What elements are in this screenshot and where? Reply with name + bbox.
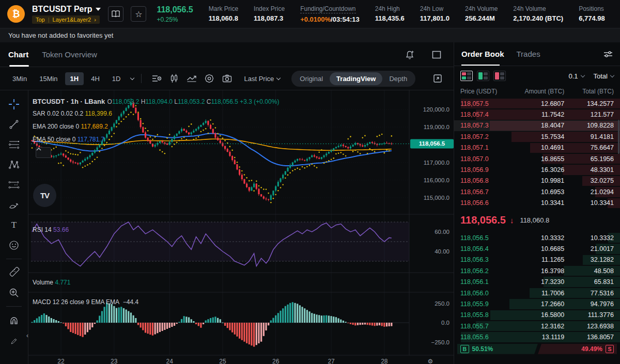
xabcd-pattern-tool-icon[interactable] xyxy=(5,157,23,172)
funding-countdown: /03:54:13 xyxy=(331,15,360,23)
stat-index-price: Index Price 118,087.3 xyxy=(254,5,285,23)
orderbook-bid-row[interactable]: 118,056.117.323065.831 xyxy=(454,276,620,287)
buy-percent: 50.51% xyxy=(472,345,493,353)
sell-badge: S xyxy=(606,345,614,353)
orderbook-settings-icon[interactable] xyxy=(603,50,613,58)
candlestick-chart[interactable]: 118,056.5120,000.0119,000.0117,000.0116,… xyxy=(28,90,454,364)
orderbook-ask-row[interactable]: 118,056.610.334110.3341 xyxy=(454,198,620,209)
symbol-tags[interactable]: Top | Layer1&Layer2 › xyxy=(32,15,100,24)
orderbook-bid-row[interactable]: 118,055.816.5800111.3776 xyxy=(454,310,620,321)
orderbook-ask-row[interactable]: 118,057.318.4047109.8228 xyxy=(454,120,620,131)
favorites-notice: You have not added to favorites yet xyxy=(0,28,620,42)
mid-price: 118,056.5 xyxy=(460,214,506,226)
orderbook-bid-row[interactable]: 118,055.613.1119136.8057 xyxy=(454,331,620,342)
crosshair-tool-icon[interactable] xyxy=(5,97,23,112)
brush-tool-icon[interactable] xyxy=(5,197,23,213)
orderbook-bid-row[interactable]: 118,055.712.3162123.6938 xyxy=(454,321,620,331)
tradingview-logo[interactable]: TV xyxy=(33,184,56,207)
legend-collapse-button[interactable] xyxy=(36,147,51,158)
buy-sell-ratio-bar: B 50.51% 49.49% S xyxy=(457,344,617,354)
zoom-in-tool-icon[interactable] xyxy=(5,285,23,300)
timeframe-4h[interactable]: 4H xyxy=(86,72,105,85)
svg-text:27: 27 xyxy=(328,358,335,364)
fib-retracement-tool-icon[interactable] xyxy=(5,137,23,152)
tab-trades[interactable]: Trades xyxy=(517,42,540,66)
timeframe-1d[interactable]: 1D xyxy=(107,72,126,85)
window-icon[interactable] xyxy=(429,48,444,61)
sell-ratio: 49.49% S xyxy=(538,344,617,354)
candle-style-icon[interactable] xyxy=(166,72,182,85)
chart-area: T xyxy=(0,90,454,364)
book-icon xyxy=(112,10,120,18)
svg-text:26: 26 xyxy=(272,358,280,364)
orderbook-mid-price[interactable]: 118,056.5 ↓ 118,060.8 xyxy=(454,209,620,232)
timeframe-1h[interactable]: 1H xyxy=(65,72,84,85)
orderbook-bid-row[interactable]: 118,056.311.126532.1282 xyxy=(454,255,620,265)
orderbook-ask-row[interactable]: 118,057.110.469175.6647 xyxy=(454,143,620,153)
indicators-icon[interactable] xyxy=(149,72,164,85)
top-header: ₿ BTCUSDT Perp Top | Layer1&Layer2 › ☆ 1… xyxy=(0,0,620,28)
edit-pencil-tool-icon[interactable] xyxy=(5,334,23,349)
price-down-arrow-icon: ↓ xyxy=(510,216,514,225)
timeframe-bar: 3Min 15Min 1H 4H 1D xyxy=(0,67,454,90)
mode-original[interactable]: Original xyxy=(293,72,330,85)
last-price-block: 118,056.5 +0.25% xyxy=(157,5,193,23)
forecast-tool-icon[interactable] xyxy=(5,177,23,193)
timeframe-more-chevron-icon[interactable] xyxy=(130,75,134,80)
emoji-tool-icon[interactable] xyxy=(5,238,23,253)
mode-depth[interactable]: Depth xyxy=(382,72,414,85)
trendline-tool-icon[interactable] xyxy=(5,117,23,132)
measure-tool-icon[interactable] xyxy=(5,265,23,280)
change-percent: +0.25% xyxy=(157,16,193,23)
timeframe-15min[interactable]: 15Min xyxy=(34,72,63,85)
orderbook-bid-row[interactable]: 118,055.917.266094.7976 xyxy=(454,298,620,309)
precision-dropdown[interactable]: 0.1 xyxy=(568,72,584,80)
camera-icon[interactable] xyxy=(219,72,235,85)
chart-settings-icon[interactable] xyxy=(202,72,217,85)
tab-order-book[interactable]: Order Book xyxy=(461,42,504,66)
funding-rate: +0.0100% xyxy=(300,15,331,23)
orderbook-ask-row[interactable]: 118,057.411.7542121.577 xyxy=(454,109,620,120)
orderbook-scrollbar[interactable] xyxy=(618,120,619,154)
view-combined-icon[interactable] xyxy=(460,71,473,81)
orderbook-ask-row[interactable]: 118,057.016.865565.1956 xyxy=(454,153,620,164)
text-tool-icon[interactable]: T xyxy=(5,217,23,233)
btc-logo-icon: ₿ xyxy=(7,5,25,23)
svg-text:28: 28 xyxy=(381,358,388,364)
orderbook-ask-row[interactable]: 118,056.810.998132.0275 xyxy=(454,176,620,186)
trading-app: ₿ BTCUSDT Perp Top | Layer1&Layer2 › ☆ 1… xyxy=(0,0,620,364)
orderbook-ask-row[interactable]: 118,057.215.753491.4181 xyxy=(454,131,620,142)
orderbook-ask-row[interactable]: 118,056.710.695321.0294 xyxy=(454,186,620,197)
favorite-button[interactable]: ☆ xyxy=(131,6,146,22)
orderbook-bid-row[interactable]: 118,056.216.379848.508 xyxy=(454,265,620,276)
orderbook-ask-row[interactable]: 118,057.512.6807134.2577 xyxy=(454,98,620,109)
svg-text:−250.0: −250.0 xyxy=(431,339,450,345)
mode-tradingview[interactable]: TradingView xyxy=(330,72,382,85)
stat-24h-low: 24h Low 117,801.0 xyxy=(420,5,450,23)
price-source-dropdown[interactable]: Last Price xyxy=(244,75,280,83)
symbol-block[interactable]: BTCUSDT Perp Top | Layer1&Layer2 › xyxy=(32,5,101,24)
svg-text:116,000.0: 116,000.0 xyxy=(424,177,450,183)
view-bids-only-icon[interactable] xyxy=(477,71,489,81)
stat-mark-price: Mark Price 118,060.8 xyxy=(209,5,238,23)
total-mode-dropdown[interactable]: Total xyxy=(594,72,614,80)
orderbook-controls: 0.1 Total xyxy=(454,66,620,86)
svg-text:22: 22 xyxy=(57,358,65,364)
orderbook-ask-row[interactable]: 118,056.916.302648.3301 xyxy=(454,164,620,175)
stat-funding-countdown[interactable]: Funding/Countdown +0.0100%/03:54:13 xyxy=(300,5,360,23)
orderbook-bid-row[interactable]: 118,056.410.668521.0017 xyxy=(454,243,620,254)
orderbook-bid-row[interactable]: 118,056.510.333210.3332 xyxy=(454,232,620,243)
timeframe-3min[interactable]: 3Min xyxy=(7,72,32,85)
tab-chart[interactable]: Chart xyxy=(8,42,28,67)
orderbook-panel-button[interactable] xyxy=(108,6,123,22)
last-price: 118,056.5 xyxy=(157,5,193,14)
fullscreen-icon[interactable] xyxy=(430,72,445,85)
compare-overlay-icon[interactable] xyxy=(184,72,199,85)
magnet-tool-icon[interactable] xyxy=(5,312,23,328)
orderbook-bid-row[interactable]: 118,056.011.700677.5316 xyxy=(454,288,620,298)
alert-bell-icon[interactable] xyxy=(402,48,417,61)
chart-plot[interactable]: 118,056.5120,000.0119,000.0117,000.0116,… xyxy=(28,90,454,364)
chevron-down-icon xyxy=(580,73,584,77)
tab-token-overview[interactable]: Token Overview xyxy=(42,42,97,67)
view-asks-only-icon[interactable] xyxy=(493,71,506,81)
